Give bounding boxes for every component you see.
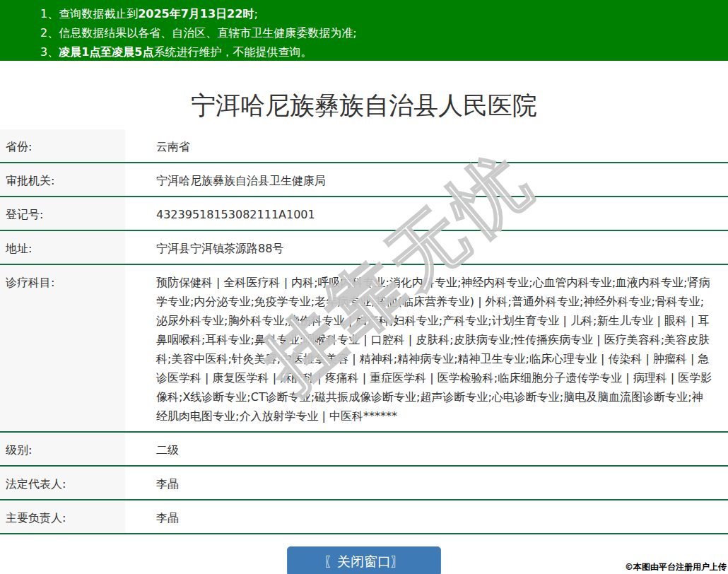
table-row-province: 省份: 云南省	[0, 129, 728, 163]
notice-text: 查询数据截止到	[59, 7, 138, 20]
table-row-approval-authority: 审批机关: 宁洱哈尼族彝族自治县卫生健康局	[0, 163, 728, 197]
row-label: 登记号:	[0, 197, 125, 230]
table-row-legal-representative: 法定代表人: 李晶	[0, 466, 728, 500]
notice-line-3: 3、凌晨1点至凌晨5点系统进行维护，不能提供查询。	[40, 42, 721, 62]
row-label: 主要负责人:	[0, 500, 125, 534]
notice-bold-text: 凌晨1点至凌晨5点	[59, 45, 153, 59]
row-label: 省份:	[0, 129, 125, 163]
row-label: 法定代表人:	[0, 466, 125, 500]
notice-bold-text: 2025年7月13日22时	[138, 7, 254, 20]
notice-number: 1、	[40, 7, 59, 20]
row-value: 李晶	[125, 466, 728, 500]
row-value: 43239518153082111A1001	[125, 197, 728, 230]
row-label: 地址:	[0, 230, 125, 264]
close-window-button[interactable]: 〖关闭窗口〗	[287, 546, 441, 574]
notice-line-1: 1、查询数据截止到2025年7月13日22时;	[40, 4, 721, 23]
hospital-info-table: 省份: 云南省 审批机关: 宁洱哈尼族彝族自治县卫生健康局 登记号: 43239…	[0, 129, 728, 534]
notice-text: ;	[254, 7, 257, 20]
row-value: 李晶	[125, 500, 728, 534]
table-row-registration-number: 登记号: 43239518153082111A1001	[0, 197, 728, 230]
page-title: 宁洱哈尼族彝族自治县人民医院	[0, 82, 728, 129]
row-label: 诊疗科目:	[0, 264, 125, 432]
row-label: 审批机关:	[0, 163, 125, 197]
row-value: 预防保健科 | 全科医疗科 | 内科;呼吸内科专业;消化内科专业;神经内科专业;…	[125, 264, 728, 432]
row-value: 宁洱哈尼族彝族自治县卫生健康局	[125, 163, 728, 197]
table-row-level: 级别: 二级	[0, 432, 728, 466]
table-row-departments: 诊疗科目: 预防保健科 | 全科医疗科 | 内科;呼吸内科专业;消化内科专业;神…	[0, 264, 728, 432]
row-value: 二级	[125, 432, 728, 466]
button-row: 〖关闭窗口〗	[0, 546, 728, 574]
copyright-note: ©本图由平台注册用户上传	[625, 561, 727, 573]
notice-banner: 1、查询数据截止到2025年7月13日22时; 2、信息数据结果以各省、自治区、…	[0, 0, 728, 61]
table-row-main-person-in-charge: 主要负责人: 李晶	[0, 500, 728, 534]
notice-line-2: 2、信息数据结果以各省、自治区、直辖市卫生健康委数据为准;	[40, 23, 721, 42]
row-value: 云南省	[125, 129, 728, 163]
notice-text: 系统进行维护，不能提供查询。	[153, 45, 312, 59]
notice-number: 3、	[40, 45, 59, 59]
notice-text: 信息数据结果以各省、自治区、直辖市卫生健康委数据为准;	[59, 26, 356, 40]
table-row-address: 地址: 宁洱县宁洱镇茶源路88号	[0, 230, 728, 264]
row-value: 宁洱县宁洱镇茶源路88号	[125, 230, 728, 264]
notice-number: 2、	[40, 26, 59, 40]
row-label: 级别:	[0, 432, 125, 466]
